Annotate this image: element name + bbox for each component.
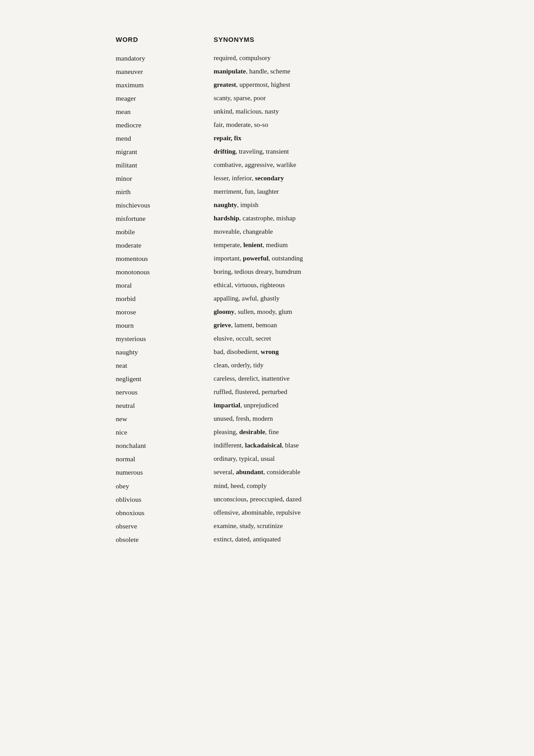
table-row: nervousruffled, flustered, perturbed <box>116 387 418 398</box>
table-row: mourngrieve, lament, bemoan <box>116 320 418 331</box>
table-row: obeymind, heed, comply <box>116 481 418 492</box>
word-cell: new <box>116 414 214 424</box>
table-row: militantcombative, aggressive, warlike <box>116 160 418 171</box>
word-cell: maximum <box>116 80 214 90</box>
synonyms-cell: important, powerful, outstanding <box>214 253 418 264</box>
synonyms-cell: combative, aggressive, warlike <box>214 160 418 171</box>
word-cell: meager <box>116 93 214 104</box>
synonyms-cell: careless, derelict, inattentive <box>214 374 418 384</box>
table-row: moderatetemperate, lenient, medium <box>116 240 418 251</box>
table-row: obliviousunconscious, preoccupied, dazed <box>116 494 418 505</box>
synonyms-cell: ordinary, typical, usual <box>214 454 418 464</box>
synonyms-cell: ethical, virtuous, righteous <box>214 280 418 291</box>
table-row: morbidappalling, awful, ghastly <box>116 293 418 304</box>
table-row: meagerscanty, sparse, poor <box>116 93 418 104</box>
table-row: mobilemoveable, changeable <box>116 227 418 237</box>
table-row: maximumgreatest, uppermost, highest <box>116 80 418 90</box>
word-cell: obnoxious <box>116 508 214 518</box>
synonyms-cell: repair, fix <box>214 133 418 144</box>
page-container: WORD SYNONYMS mandatoryrequired, compuls… <box>116 27 418 729</box>
table-row: mischievousnaughty, impish <box>116 200 418 211</box>
synonyms-cell: indifferent, lackadaisical, blase <box>214 440 418 451</box>
table-row: obsoleteextinct, dated, antiquated <box>116 534 418 545</box>
synonyms-cell: greatest, uppermost, highest <box>214 80 418 90</box>
synonyms-cell: required, compulsory <box>214 53 418 64</box>
table-row: nonchalantindifferent, lackadaisical, bl… <box>116 440 418 451</box>
synonyms-cell: impartial, unprejudiced <box>214 400 418 411</box>
table-row: mendrepair, fix <box>116 133 418 144</box>
synonyms-column-header: SYNONYMS <box>214 36 418 43</box>
table-row: morosegloomy, sullen, moody, glum <box>116 307 418 317</box>
table-row: newunused, fresh, modern <box>116 414 418 424</box>
word-cell: moral <box>116 280 214 291</box>
synonyms-cell: unconscious, preoccupied, dazed <box>214 494 418 505</box>
word-cell: migrant <box>116 146 214 157</box>
synonyms-cell: unkind, malicious, nasty <box>214 106 418 117</box>
table-row: meanunkind, malicious, nasty <box>116 106 418 117</box>
synonyms-cell: several, abundant, considerable <box>214 467 418 478</box>
word-cell: mandatory <box>116 53 214 64</box>
word-cell: minor <box>116 173 214 184</box>
word-cell: monotonous <box>116 267 214 277</box>
synonyms-cell: pleasing, desirable, fine <box>214 427 418 438</box>
table-row: maneuvermanipulate, handle, scheme <box>116 66 418 77</box>
table-row: monotonousboring, tedious dreary, humdru… <box>116 267 418 277</box>
word-cell: normal <box>116 454 214 464</box>
table-row: migrantdrifting, traveling, transient <box>116 146 418 157</box>
synonyms-cell: ruffled, flustered, perturbed <box>214 387 418 398</box>
synonyms-cell: offensive, abominable, repulsive <box>214 508 418 518</box>
word-cell: nice <box>116 427 214 438</box>
word-cell: mend <box>116 133 214 144</box>
table-row: mysteriouselusive, occult, secret <box>116 333 418 344</box>
word-cell: mediocre <box>116 120 214 130</box>
synonyms-cell: gloomy, sullen, moody, glum <box>214 307 418 317</box>
word-cell: obey <box>116 481 214 492</box>
word-cell: nervous <box>116 387 214 398</box>
word-cell: mourn <box>116 320 214 331</box>
word-cell: mean <box>116 106 214 117</box>
synonyms-cell: mind, heed, comply <box>214 481 418 492</box>
synonyms-cell: elusive, occult, secret <box>214 333 418 344</box>
synonyms-cell: bad, disobedient, wrong <box>214 347 418 358</box>
synonyms-cell: drifting, traveling, transient <box>214 146 418 157</box>
table-row: minorlesser, inferior, secondary <box>116 173 418 184</box>
synonyms-cell: naughty, impish <box>214 200 418 211</box>
synonyms-cell: extinct, dated, antiquated <box>214 534 418 545</box>
synonyms-cell: scanty, sparse, poor <box>214 93 418 104</box>
synonyms-cell: clean, orderly, tidy <box>214 360 418 371</box>
table-row: mirthmerriment, fun, laughter <box>116 187 418 197</box>
word-cell: misfortune <box>116 213 214 224</box>
word-cell: morose <box>116 307 214 317</box>
table-row: neatclean, orderly, tidy <box>116 360 418 371</box>
word-cell: mobile <box>116 227 214 237</box>
word-cell: oblivious <box>116 494 214 505</box>
table-row: mediocrefair, moderate, so-so <box>116 120 418 130</box>
table-row: observeexamine, study, scrutinize <box>116 521 418 532</box>
table-row: mandatoryrequired, compulsory <box>116 53 418 64</box>
word-cell: mysterious <box>116 333 214 344</box>
table-row: normalordinary, typical, usual <box>116 454 418 464</box>
table-header: WORD SYNONYMS <box>116 36 418 45</box>
word-cell: neutral <box>116 400 214 411</box>
word-cell: naughty <box>116 347 214 358</box>
table-row: neutralimpartial, unprejudiced <box>116 400 418 411</box>
synonyms-cell: temperate, lenient, medium <box>214 240 418 251</box>
word-cell: obsolete <box>116 534 214 545</box>
synonyms-cell: manipulate, handle, scheme <box>214 66 418 77</box>
rows-container: mandatoryrequired, compulsorymaneuverman… <box>116 53 418 545</box>
table-row: numerousseveral, abundant, considerable <box>116 467 418 478</box>
synonyms-cell: moveable, changeable <box>214 227 418 237</box>
synonyms-cell: fair, moderate, so-so <box>214 120 418 130</box>
synonyms-cell: merriment, fun, laughter <box>214 187 418 197</box>
table-row: misfortunehardship, catastrophe, mishap <box>116 213 418 224</box>
synonyms-cell: examine, study, scrutinize <box>214 521 418 532</box>
synonyms-cell: unused, fresh, modern <box>214 414 418 424</box>
table-row: momentousimportant, powerful, outstandin… <box>116 253 418 264</box>
word-column-header: WORD <box>116 36 214 43</box>
word-cell: mischievous <box>116 200 214 211</box>
word-cell: neat <box>116 360 214 371</box>
word-cell: nonchalant <box>116 440 214 451</box>
word-cell: mirth <box>116 187 214 197</box>
word-cell: observe <box>116 521 214 532</box>
word-cell: negligent <box>116 374 214 384</box>
